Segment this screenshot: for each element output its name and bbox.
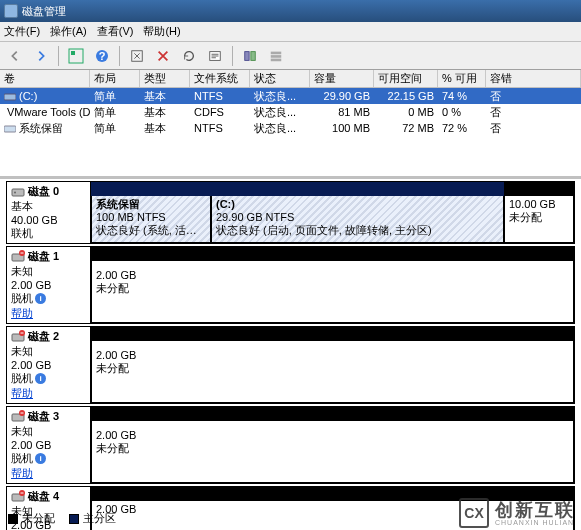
disk-size: 40.00 GB: [11, 214, 86, 226]
partition-system-reserved[interactable]: 系统保留 100 MB NTFS 状态良好 (系统, 活动, 主分: [91, 196, 211, 243]
disk-type: 未知: [11, 264, 86, 279]
properties-button[interactable]: [204, 45, 226, 67]
volume-layout: 简单: [90, 105, 140, 120]
drive-icon: [4, 122, 16, 134]
partition-size: 10.00 GB: [509, 198, 569, 211]
volume-type: 基本: [140, 121, 190, 136]
volume-fault: 否: [486, 105, 581, 120]
volume-type: 基本: [140, 105, 190, 120]
volume-status: 状态良...: [250, 121, 310, 136]
col-status[interactable]: 状态: [250, 70, 310, 87]
forward-button[interactable]: [30, 45, 52, 67]
legend-label-primary: 主分区: [83, 511, 116, 526]
partition-status: 未分配: [96, 282, 569, 295]
disk-icon: [11, 185, 25, 199]
view-list-button[interactable]: [265, 45, 287, 67]
volume-capacity: 29.90 GB: [310, 90, 374, 102]
help-link[interactable]: 帮助: [11, 466, 86, 481]
window-title: 磁盘管理: [22, 4, 66, 19]
watermark-name: 创新互联: [495, 501, 575, 519]
volume-free: 72 MB: [374, 122, 438, 134]
disk-size: 2.00 GB: [11, 359, 86, 371]
partition-unallocated[interactable]: 2.00 GB 未分配: [91, 261, 574, 323]
menu-help[interactable]: 帮助(H): [143, 24, 180, 39]
partition-name: 系统保留: [96, 198, 206, 211]
legend: 未分配 主分区: [8, 511, 116, 526]
svg-rect-6: [245, 51, 249, 60]
partition-unallocated[interactable]: 2.00 GB 未分配: [91, 421, 574, 483]
col-type[interactable]: 类型: [140, 70, 190, 87]
col-free[interactable]: 可用空间: [374, 70, 438, 87]
col-fs[interactable]: 文件系统: [190, 70, 250, 87]
back-button[interactable]: [4, 45, 26, 67]
volume-layout: 简单: [90, 121, 140, 136]
menu-view[interactable]: 查看(V): [97, 24, 134, 39]
help-link[interactable]: 帮助: [11, 386, 86, 401]
info-icon[interactable]: i: [35, 293, 46, 304]
partition-name: (C:): [216, 198, 499, 211]
disk-type: 未知: [11, 344, 86, 359]
menu-file[interactable]: 文件(F): [4, 24, 40, 39]
settings-button[interactable]: [239, 45, 261, 67]
disk-status: 脱机: [11, 451, 33, 466]
partition-header-bar: [504, 182, 574, 196]
menu-action[interactable]: 操作(A): [50, 24, 87, 39]
col-fault[interactable]: 容错: [486, 70, 581, 87]
info-icon[interactable]: i: [35, 453, 46, 464]
volume-fs: NTFS: [190, 90, 250, 102]
partition-header-bar: [91, 327, 574, 341]
refresh-button[interactable]: [126, 45, 148, 67]
volume-row[interactable]: 系统保留 简单 基本 NTFS 状态良... 100 MB 72 MB 72 %…: [0, 120, 581, 136]
disk-meta: 磁盘 3 未知 2.00 GB 脱机 i 帮助: [7, 407, 91, 483]
help-link[interactable]: 帮助: [11, 306, 86, 321]
partition-size: 2.00 GB: [96, 429, 569, 442]
col-pctfree[interactable]: % 可用: [438, 70, 486, 87]
partition-c[interactable]: (C:) 29.90 GB NTFS 状态良好 (启动, 页面文件, 故障转储,…: [211, 196, 504, 243]
disk-0[interactable]: 磁盘 0 基本 40.00 GB 联机 系统保留 100 MB NTFS 状态良…: [6, 181, 575, 244]
partition-header-bar: [91, 247, 574, 261]
volume-list[interactable]: (C:) 简单 基本 NTFS 状态良... 29.90 GB 22.15 GB…: [0, 88, 581, 178]
disk-status: 脱机: [11, 371, 33, 386]
col-layout[interactable]: 布局: [90, 70, 140, 87]
help-button[interactable]: ?: [91, 45, 113, 67]
volume-type: 基本: [140, 89, 190, 104]
disk-type: 基本: [11, 199, 86, 214]
partition-unallocated[interactable]: 2.00 GB 未分配: [91, 341, 574, 403]
partition-size: 100 MB NTFS: [96, 211, 206, 224]
show-console-tree-button[interactable]: [65, 45, 87, 67]
svg-point-16: [14, 191, 16, 193]
volume-fault: 否: [486, 121, 581, 136]
rescan-button[interactable]: [178, 45, 200, 67]
disk-label: 磁盘 3: [28, 409, 59, 424]
disk-graphical-pane[interactable]: 磁盘 0 基本 40.00 GB 联机 系统保留 100 MB NTFS 状态良…: [0, 178, 581, 530]
disk-offline-icon: [11, 250, 25, 264]
col-capacity[interactable]: 容量: [310, 70, 374, 87]
partition-status: 未分配: [96, 442, 569, 455]
disk-2[interactable]: 磁盘 2 未知 2.00 GB 脱机 i 帮助 2.00 GB 未分配: [6, 326, 575, 404]
disk-meta: 磁盘 2 未知 2.00 GB 脱机 i 帮助: [7, 327, 91, 403]
volume-layout: 简单: [90, 89, 140, 104]
disk-3[interactable]: 磁盘 3 未知 2.00 GB 脱机 i 帮助 2.00 GB 未分配: [6, 406, 575, 484]
volume-row[interactable]: VMware Tools (D:) 简单 基本 CDFS 状态良... 81 M…: [0, 104, 581, 120]
disk-meta: 磁盘 1 未知 2.00 GB 脱机 i 帮助: [7, 247, 91, 323]
disk-status: 脱机: [11, 291, 33, 306]
volume-fs: NTFS: [190, 122, 250, 134]
info-icon[interactable]: i: [35, 373, 46, 384]
disk-status: 联机: [11, 226, 86, 241]
volume-name: (C:): [19, 90, 37, 102]
volume-pct: 0 %: [438, 106, 486, 118]
volume-name: 系统保留: [19, 121, 63, 136]
partition-unallocated[interactable]: 10.00 GB 未分配: [504, 196, 574, 243]
disk-1[interactable]: 磁盘 1 未知 2.00 GB 脱机 i 帮助 2.00 GB 未分配: [6, 246, 575, 324]
col-volume[interactable]: 卷: [0, 70, 90, 87]
delete-button[interactable]: [152, 45, 174, 67]
volume-free: 22.15 GB: [374, 90, 438, 102]
volume-status: 状态良...: [250, 89, 310, 104]
partition-header-bar: [91, 182, 211, 196]
titlebar[interactable]: 磁盘管理: [0, 0, 581, 22]
partition-size: 29.90 GB NTFS: [216, 211, 499, 224]
volume-row[interactable]: (C:) 简单 基本 NTFS 状态良... 29.90 GB 22.15 GB…: [0, 88, 581, 104]
toolbar: ?: [0, 42, 581, 70]
disk-label: 磁盘 1: [28, 249, 59, 264]
legend-swatch-primary: [69, 514, 79, 524]
